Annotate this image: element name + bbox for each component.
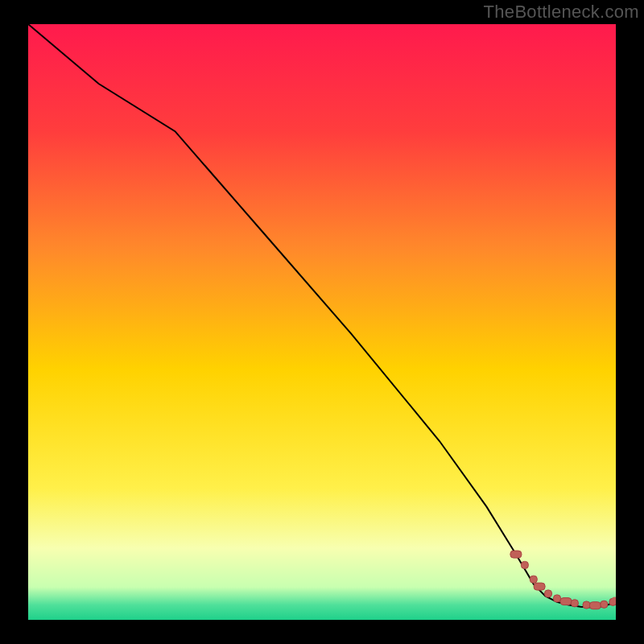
tail-marker <box>545 590 552 597</box>
tail-marker <box>530 576 537 583</box>
chart-overlay <box>28 24 616 620</box>
tail-marker <box>521 561 528 568</box>
bottleneck-curve <box>28 24 616 608</box>
tail-marker <box>554 595 561 602</box>
dashed-tail-markers <box>510 551 616 609</box>
tail-marker <box>560 598 572 605</box>
tail-marker <box>583 601 590 609</box>
watermark-text: TheBottleneck.com <box>484 2 639 23</box>
chart-frame: TheBottleneck.com <box>0 0 644 644</box>
tail-marker <box>534 583 545 590</box>
tail-marker <box>510 551 522 558</box>
tail-marker <box>571 600 578 607</box>
tail-marker <box>601 601 608 608</box>
tail-marker <box>589 602 601 609</box>
plot-area <box>28 24 616 620</box>
